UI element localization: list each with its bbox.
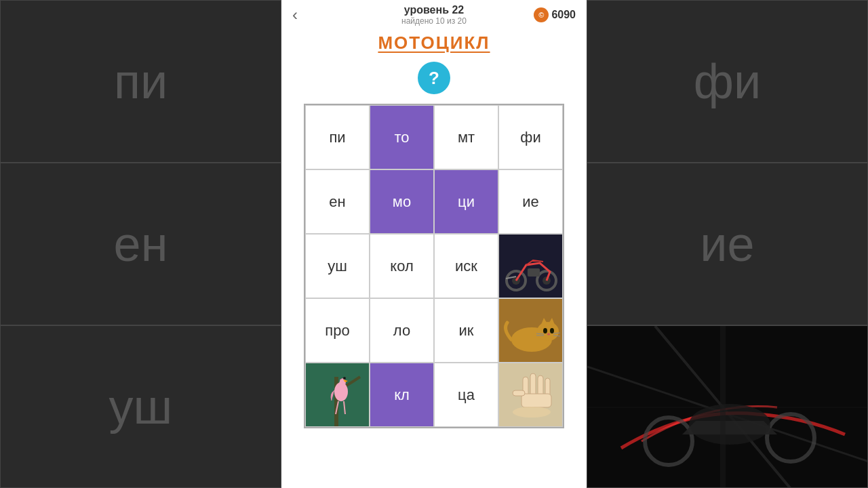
cell-0-3[interactable]: фи [498,105,563,169]
motorcycle-image [499,235,562,298]
cell-3-2[interactable]: ик [434,298,498,363]
cell-2-2[interactable]: иск [434,234,498,298]
right-panel: фи ие [587,0,868,488]
right-cell-3-image [587,325,868,488]
header: ‹ уровень 22 найдено 10 из 20 © 6090 [281,0,587,27]
svg-point-13 [547,333,550,336]
help-icon: ? [429,68,439,89]
coins-value: 6090 [551,9,576,21]
cell-4-0-bird[interactable] [305,363,370,427]
left-panel: пи ен уш [0,0,281,488]
left-cell-3: уш [0,325,281,488]
cell-0-1[interactable]: то [370,105,434,169]
svg-point-12 [550,328,554,333]
left-cell-2: ен [0,163,281,325]
left-cell-text-3: уш [109,379,173,434]
cell-0-0[interactable]: пи [305,105,370,169]
svg-rect-5 [528,268,540,277]
left-cell-text-1: пи [114,54,167,109]
cell-2-0[interactable]: уш [305,234,370,298]
level-title: уровень 22 [401,4,467,16]
svg-rect-30 [513,390,525,396]
main-panel: ‹ уровень 22 найдено 10 из 20 © 6090 МОТ… [281,0,587,488]
right-cell-2: ие [587,163,868,325]
level-info: уровень 22 найдено 10 из 20 [401,4,467,26]
cell-2-1[interactable]: кол [370,234,434,298]
left-cell-text-2: ен [114,216,168,272]
right-cell-text-2: ие [700,216,754,272]
cell-1-2[interactable]: ци [434,169,498,234]
cell-2-3-motorcycle[interactable] [498,234,563,298]
word-display: МОТОЦИКЛ [378,33,490,54]
cell-3-1[interactable]: ло [370,298,434,363]
cell-1-3[interactable]: ие [498,169,563,234]
bird-image [306,363,369,426]
svg-rect-29 [521,394,551,407]
right-cell-text-1: фи [694,54,761,109]
svg-point-23 [343,377,346,380]
hands-image [499,363,562,426]
coins-display: © 6090 [534,7,576,22]
cell-4-2[interactable]: ца [434,363,498,427]
level-subtitle: найдено 10 из 20 [401,16,467,26]
cell-4-3-hands[interactable] [498,363,563,427]
cell-0-2[interactable]: мт [434,105,498,169]
help-button[interactable]: ? [418,62,450,94]
cell-1-0[interactable]: ен [305,169,370,234]
cell-1-1[interactable]: мо [370,169,434,234]
svg-point-8 [537,322,559,341]
coin-icon: © [534,7,549,22]
svg-point-31 [513,407,551,418]
game-grid: пи то мт фи ен мо ци ие уш кол иск [304,104,564,428]
dark-motorcycle-image [587,326,867,487]
right-cell-1: фи [587,0,868,163]
back-button[interactable]: ‹ [292,7,298,23]
cell-3-0[interactable]: про [305,298,370,363]
svg-point-11 [543,328,547,333]
left-cell-1: пи [0,0,281,163]
cat-image [499,299,562,362]
cell-3-3-cat[interactable] [498,298,563,363]
cell-4-1[interactable]: кл [370,363,434,427]
